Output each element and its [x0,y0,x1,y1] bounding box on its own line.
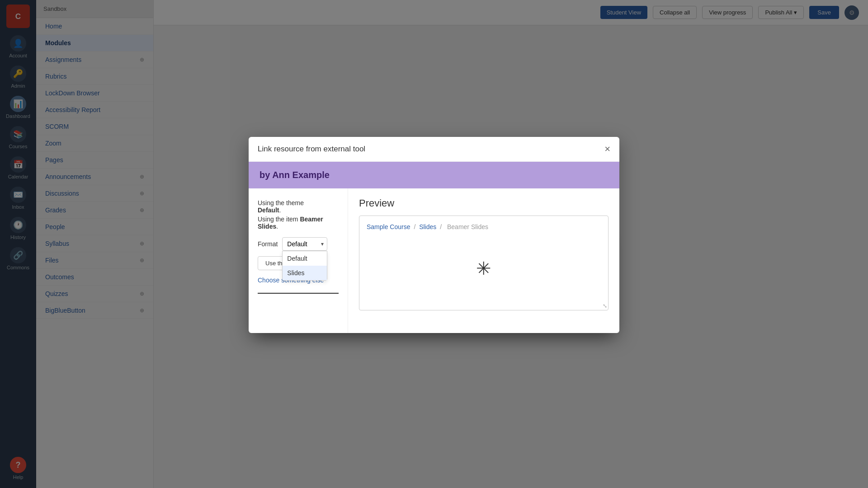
format-dropdown-menu: Default Slides [282,251,327,281]
format-label: Format [258,240,278,248]
link-resource-modal-close-button[interactable]: × [604,144,610,154]
dropdown-option-slides[interactable]: Slides [283,266,327,280]
link-resource-modal: Link resource from external tool × by An… [249,137,619,333]
modal-inner-right: Preview Sample Course / Slides / Beamer … [348,188,619,333]
preview-box: Sample Course / Slides / Beamer Slides ✳… [359,216,609,310]
preview-breadcrumb-slides[interactable]: Slides [419,223,436,230]
item-text: Using the item Beamer Slides. [258,216,339,230]
divider [258,293,339,294]
modal-inner-body: Using the theme Default. Using the item … [249,188,619,333]
dropdown-option-default[interactable]: Default [283,251,327,266]
loading-gear-icon: ✳ [476,258,491,279]
preview-loading: ✳ [367,241,601,296]
link-resource-modal-title: Link resource from external tool [258,145,365,154]
preview-title: Preview [359,197,609,209]
modal-inner-banner: by Ann Example [249,162,619,188]
resize-handle-icon[interactable]: ⤡ [603,303,607,309]
modal-inner-left: Using the theme Default. Using the item … [249,188,348,333]
preview-breadcrumb: Sample Course / Slides / Beamer Slides [367,223,601,230]
format-select[interactable]: Default Slides [282,237,327,251]
theme-text: Using the theme Default. [258,199,339,214]
format-row: Format Default Slides ▾ Default Slides [258,237,339,251]
format-select-wrapper: Default Slides ▾ Default Slides [282,237,327,251]
preview-breadcrumb-sample-course[interactable]: Sample Course [367,223,410,230]
preview-breadcrumb-beamer-slides: Beamer Slides [447,223,488,230]
banner-text: by Ann Example [259,170,330,180]
link-resource-modal-header: Link resource from external tool × [249,137,619,162]
